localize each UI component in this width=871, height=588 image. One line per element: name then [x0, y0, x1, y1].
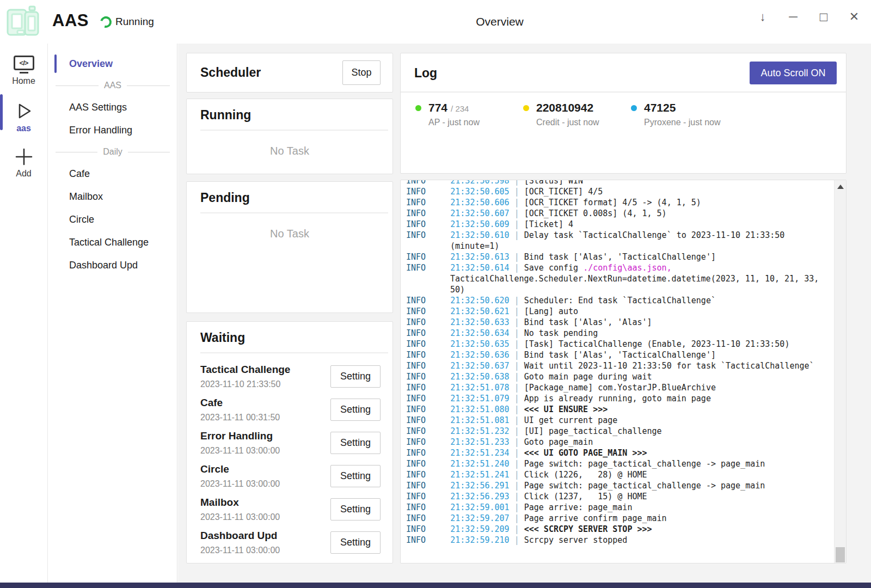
play-icon [14, 101, 34, 121]
resource-stat: 220810942 Credit - just now [523, 101, 631, 127]
running-card: Running No Task [186, 99, 393, 174]
nav-item-tactical-challenge[interactable]: Tactical Challenge [48, 231, 177, 254]
stat-value: 774 [428, 101, 447, 114]
nav-group-divider-daily: Daily [48, 142, 177, 162]
waiting-task-next-run: 2023-11-11 03:00:00 [200, 546, 280, 555]
nav-item-circle[interactable]: Circle [48, 208, 177, 231]
log-timestamp: 21:32:51.079 [450, 394, 509, 403]
log-message: Click (1237, 15) @ HOME [524, 492, 647, 501]
log-timestamp: 21:32:50.607 [450, 209, 509, 218]
log-separator: | [510, 198, 524, 207]
log-message: Page arrive: page_main [524, 503, 633, 512]
log-level: INFO [406, 459, 450, 469]
log-separator: | [510, 481, 524, 491]
log-separator: | [510, 328, 524, 338]
nav-item-aas-settings[interactable]: AAS Settings [48, 96, 177, 119]
log-level: INFO [406, 180, 450, 186]
waiting-task-next-run: 2023-11-11 03:00:00 [200, 479, 280, 489]
waiting-task-row: Mailbox 2023-11-11 03:00:00 Setting [200, 493, 381, 526]
log-lines: INFO 21:32:50.598 | [Status] WININFO 21:… [406, 180, 833, 546]
log-line: INFO 21:32:50.637 | Wait until 2023-11-1… [406, 360, 821, 371]
log-message: [OCR_TICKET format] 4/5 -> (4, 1, 5) [524, 198, 701, 207]
nav-item-error-handling[interactable]: Error Handling [48, 119, 177, 142]
log-line: INFO 21:32:50.613 | Bind task ['Alas', '… [406, 252, 821, 262]
scheduler-title: Scheduler [200, 65, 261, 80]
nav-item-overview[interactable]: Overview [48, 52, 177, 75]
waiting-task-row: Cafe 2023-11-11 00:31:50 Setting [200, 393, 381, 426]
log-line: INFO 21:32:50.633 | Bind task ['Alas', '… [406, 317, 821, 328]
resource-stat: 47125 Pyroxene - just now [631, 101, 739, 127]
log-separator: | [510, 470, 524, 480]
rail-item-home[interactable]: </> Home [0, 56, 47, 86]
log-message: App is already running, goto main page [524, 394, 711, 403]
minimize-button[interactable]: ─ [782, 5, 805, 28]
log-separator: | [510, 252, 524, 262]
log-message: Goto page_main [524, 437, 593, 447]
log-output-card: INFO 21:32:50.598 | [Status] WININFO 21:… [400, 180, 847, 564]
log-level: INFO [406, 361, 450, 371]
rail-item-add[interactable]: Add [0, 148, 47, 179]
waiting-task-info: Mailbox 2023-11-11 03:00:00 [200, 497, 280, 522]
log-level: INFO [406, 350, 450, 360]
stat-dot-icon [631, 105, 637, 111]
divider [200, 212, 388, 213]
waiting-task-info: Cafe 2023-11-11 00:31:50 [200, 397, 280, 422]
scheduler-stop-button[interactable]: Stop [342, 60, 381, 85]
scrollbar-thumb[interactable] [836, 547, 845, 562]
auto-scroll-toggle-button[interactable]: Auto Scroll ON [750, 62, 837, 84]
log-separator: | [510, 263, 524, 273]
waiting-task-info: Tactical Challenge 2023-11-10 21:33:50 [200, 364, 290, 389]
log-line: INFO 21:32:56.293 | Click (1237, 15) @ H… [406, 491, 821, 502]
task-setting-button[interactable]: Setting [330, 399, 381, 421]
nav-item-label: Cafe [69, 168, 90, 180]
app-window: AAS Running Overview ↓ ─ □ ✕ </> [0, 0, 871, 588]
log-message: [Task] TacticalChallenge (Enable, 2023-1… [524, 339, 790, 349]
page-title: Overview [476, 15, 524, 28]
log-output-view[interactable]: INFO 21:32:50.598 | [Status] WININFO 21:… [401, 180, 833, 563]
waiting-task-name: Dashboard Upd [200, 530, 280, 542]
log-level: INFO [406, 372, 450, 382]
log-timestamp: 21:32:50.613 [450, 252, 509, 262]
log-timestamp: 21:32:50.605 [450, 187, 509, 197]
task-setting-button[interactable]: Setting [330, 465, 381, 487]
scheduler-status-label: Running [115, 16, 154, 28]
log-level: INFO [406, 252, 450, 262]
task-setting-button[interactable]: Setting [330, 432, 381, 454]
task-setting-button[interactable]: Setting [330, 531, 381, 554]
log-separator: | [510, 459, 524, 469]
hide-window-button[interactable]: ↓ [751, 5, 774, 28]
nav-item-label: Mailbox [69, 191, 103, 203]
log-level: INFO [406, 230, 450, 240]
log-message: <<< SCRCPY SERVER STOP >>> [524, 524, 652, 534]
waiting-task-row: Tactical Challenge 2023-11-10 21:33:50 S… [200, 360, 381, 393]
log-level: INFO [406, 513, 450, 523]
nav-item-label: Tactical Challenge [69, 237, 149, 248]
rail-item-aas[interactable]: aas [0, 101, 47, 133]
log-timestamp: 21:32:50.638 [450, 372, 509, 382]
maximize-button[interactable]: □ [812, 5, 835, 28]
nav-group-divider-aas: AAS [48, 75, 177, 96]
log-message: Goto main page during wait [524, 372, 652, 382]
log-level: INFO [406, 535, 450, 545]
log-separator: | [510, 361, 524, 371]
log-line: INFO 21:32:51.080 | <<< UI ENSURE >>> [406, 404, 821, 415]
log-level: INFO [406, 437, 450, 447]
nav-item-cafe[interactable]: Cafe [48, 162, 177, 185]
task-setting-button[interactable]: Setting [330, 365, 381, 388]
log-line: INFO 21:32:50.607 | [OCR_TICKET 0.008s] … [406, 208, 821, 219]
log-scrollbar[interactable] [834, 180, 846, 563]
nav-item-mailbox[interactable]: Mailbox [48, 185, 177, 208]
waiting-task-row: Error Handling 2023-11-11 03:00:00 Setti… [200, 426, 381, 460]
log-timestamp: 21:32:56.291 [450, 481, 509, 491]
log-separator: | [510, 339, 524, 349]
nav-item-dashboard-upd[interactable]: Dashboard Upd [48, 254, 177, 277]
log-line: INFO 21:32:50.609 | [Ticket] 4 [406, 219, 821, 230]
scroll-up-arrow-icon[interactable] [837, 185, 844, 189]
log-timestamp: 21:32:51.234 [450, 448, 509, 458]
close-button[interactable]: ✕ [843, 5, 866, 28]
log-message: [Ticket] 4 [524, 219, 573, 229]
log-line: INFO 21:32:51.241 | Click (1226, 28) @ H… [406, 469, 821, 480]
stat-value: 47125 [644, 101, 676, 114]
task-setting-button[interactable]: Setting [330, 498, 381, 520]
log-separator: | [510, 535, 524, 545]
